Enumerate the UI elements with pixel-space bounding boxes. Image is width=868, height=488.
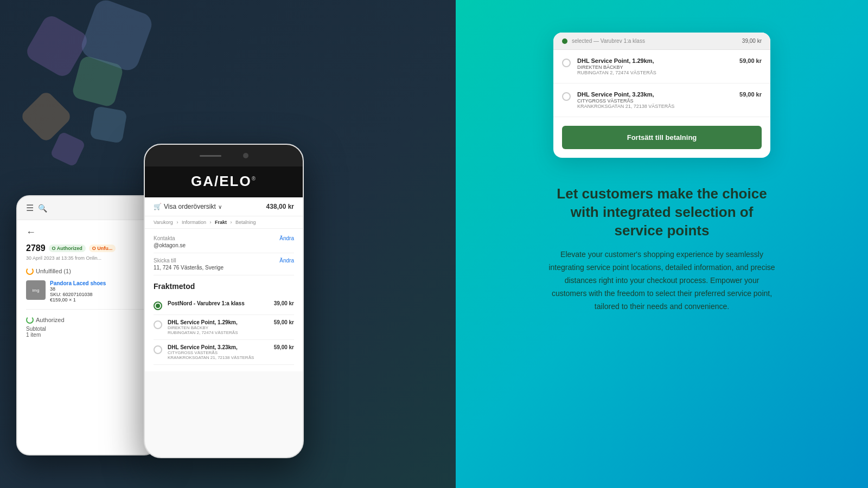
product-name[interactable]: Pandora Laced shoes xyxy=(50,280,106,286)
order-id: 2789 xyxy=(26,243,46,253)
product-price: €159,00 × 1 xyxy=(50,297,106,303)
authorized-label: Authorized xyxy=(26,316,148,324)
right-heading: Let customers make the choice with integ… xyxy=(548,185,776,240)
shipping-name-3: DHL Service Point, 3.23km, xyxy=(168,344,269,350)
checkout-body: Kontakta @oktagon.se Ändra Skicka till 1… xyxy=(145,229,303,371)
card-option-addr-1: RUBINGATAN 2, 72474 VÄSTERÅS xyxy=(577,70,733,75)
card-option-1[interactable]: DHL Service Point, 1.29km, DIREKTEN BÄCK… xyxy=(553,50,770,84)
product-sku: SKU: 60207101038 xyxy=(50,292,106,297)
checkout-title: 🛒 Visa orderöversikt ∨ xyxy=(154,203,222,210)
card-option-name-1: DHL Service Point, 1.29km, xyxy=(577,57,733,64)
shipping-option-1[interactable]: PostNord - Varubrev 1:a klass 39,00 kr xyxy=(154,296,294,315)
shipping-price-1: 39,00 kr xyxy=(274,300,294,306)
selected-indicator xyxy=(562,38,567,44)
brand-logo: GA/ELO® xyxy=(191,173,257,190)
shipping-option-3[interactable]: DHL Service Point, 3.23km, CITYGROSS VÄS… xyxy=(154,340,294,365)
bc-varukorg: Varukorg xyxy=(154,220,173,225)
radio-3 xyxy=(154,345,162,354)
cart-icon: 🛒 xyxy=(154,203,162,210)
bc-frakt: Frakt xyxy=(215,220,227,225)
card-top-price: 39,00 kr xyxy=(742,38,762,44)
product-size: 38 xyxy=(50,286,106,292)
spinner-icon xyxy=(26,267,34,275)
breadcrumb-bar: Varukorg › Information › Frakt › Betalni… xyxy=(145,216,303,229)
card-option-info-2: DHL Service Point, 3.23km, CITYGROSS VÄS… xyxy=(577,91,733,109)
skicka-value: 11, 724 76 Västerås, Sverige xyxy=(154,265,224,271)
unfulfilled-label: Unfulfilled (1) xyxy=(26,267,148,275)
service-point-card: selected — Varubrev 1:a klass 39,00 kr D… xyxy=(553,33,770,158)
card-option-name-2: DHL Service Point, 3.23km, xyxy=(577,91,733,98)
divider xyxy=(26,309,148,310)
subtotal-label: Subtotal xyxy=(26,326,46,332)
bc-betalning: Betalning xyxy=(235,220,256,225)
shipping-sub-2: DIREKTEN BÄCKBY xyxy=(168,325,269,330)
card-option-sub-2: CITYGROSS VÄSTERÅS xyxy=(577,98,733,104)
logo-bar: GA/ELO® xyxy=(145,166,303,197)
card-option-price-1: 59,00 kr xyxy=(739,57,762,64)
notch-line xyxy=(200,155,221,157)
shipping-info-1: PostNord - Varubrev 1:a klass xyxy=(168,300,269,306)
product-info: Pandora Laced shoes 38 SKU: 60207101038 … xyxy=(50,280,106,303)
fortsatt-button[interactable]: Fortsätt till betalning xyxy=(562,126,762,149)
admin-header: ☰ 🔍 xyxy=(17,196,156,220)
radio-selected xyxy=(154,301,162,310)
skicka-edit[interactable]: Ändra xyxy=(279,258,294,264)
radio-inner xyxy=(156,304,160,308)
right-panel-content: selected — Varubrev 1:a klass 39,00 kr D… xyxy=(456,0,868,488)
card-option-price-2: 59,00 kr xyxy=(739,91,762,98)
phone-checkout-mockup: GA/ELO® 🛒 Visa orderöversikt ∨ 438,00 kr… xyxy=(144,144,304,458)
badge-unfulfilled: O Unfu... xyxy=(89,245,116,252)
frakt-title: Fraktmetod xyxy=(154,282,294,291)
order-date: 30 April 2023 at 13:35 from Onlin... xyxy=(26,255,148,261)
card-option-addr-2: KRANKROKSGATAN 21, 72138 VÄSTERÅS xyxy=(577,104,733,109)
card-top-bar: selected — Varubrev 1:a klass 39,00 kr xyxy=(553,33,770,50)
shipping-info-2: DHL Service Point, 1.29km, DIREKTEN BÄCK… xyxy=(168,319,269,335)
shipping-addr-2: RUBINGATAN 2, 72474 VÄSTERÅS xyxy=(168,330,269,335)
card-option-info-1: DHL Service Point, 1.29km, DIREKTEN BÄCK… xyxy=(577,57,733,75)
product-row: img Pandora Laced shoes 38 SKU: 60207101… xyxy=(26,280,148,303)
shipping-name-1: PostNord - Varubrev 1:a klass xyxy=(168,300,269,306)
shipping-info-3: DHL Service Point, 3.23km, CITYGROSS VÄS… xyxy=(168,344,269,360)
skicka-info: Skicka till 11, 724 76 Västerås, Sverige xyxy=(154,258,224,271)
card-option-2[interactable]: DHL Service Point, 3.23km, CITYGROSS VÄS… xyxy=(553,84,770,117)
right-text-section: Let customers make the choice with integ… xyxy=(548,185,776,313)
search-icon: 🔍 xyxy=(38,204,47,213)
skicka-label: Skicka till xyxy=(154,258,224,264)
kontakta-edit[interactable]: Ändra xyxy=(279,235,294,241)
left-area: ☰ 🔍 ← 2789 O Authorized O Unfu... 30 Apr… xyxy=(0,0,456,488)
shipping-sub-3: CITYGROSS VÄSTERÅS xyxy=(168,350,269,355)
card-top-left: selected — Varubrev 1:a klass xyxy=(562,38,645,44)
checkout-total: 438,00 kr xyxy=(266,203,294,210)
right-body: Elevate your customer's shopping experie… xyxy=(548,248,776,313)
menu-icon: ☰ xyxy=(26,203,34,213)
shipping-option-2[interactable]: DHL Service Point, 1.29km, DIREKTEN BÄCK… xyxy=(154,315,294,340)
card-selected-text: selected — Varubrev 1:a klass xyxy=(572,38,645,44)
authorized-section: Authorized Subtotal 1 item xyxy=(26,316,148,338)
badge-authorized: O Authorized xyxy=(49,245,86,252)
kontakta-label: Kontakta xyxy=(154,235,186,241)
subtotal-row: Subtotal xyxy=(26,326,148,332)
phone-admin-mockup: ☰ 🔍 ← 2789 O Authorized O Unfu... 30 Apr… xyxy=(16,195,157,455)
bc-information: Information xyxy=(182,220,206,225)
skicka-row: Skicka till 11, 724 76 Västerås, Sverige… xyxy=(154,258,294,275)
item-count: 1 item xyxy=(26,332,148,338)
card-option-sub-1: DIREKTEN BÄCKBY xyxy=(577,65,733,70)
product-image: img xyxy=(26,280,46,300)
kontakta-info: Kontakta @oktagon.se xyxy=(154,235,186,248)
back-button[interactable]: ← xyxy=(26,227,148,238)
shipping-name-2: DHL Service Point, 1.29km, xyxy=(168,319,269,325)
card-radio-1 xyxy=(562,59,571,67)
checkout-header: 🛒 Visa orderöversikt ∨ 438,00 kr xyxy=(145,197,303,216)
shipping-price-3: 59,00 kr xyxy=(274,344,294,350)
radio-2 xyxy=(154,320,162,329)
kontakta-value: @oktagon.se xyxy=(154,242,186,248)
phone-notch xyxy=(145,145,303,166)
shipping-addr-3: KRANKROKSGATAN 21, 72138 VÄSTERÅS xyxy=(168,355,269,360)
order-id-row: 2789 O Authorized O Unfu... xyxy=(26,243,148,253)
admin-content: ← 2789 O Authorized O Unfu... 30 April 2… xyxy=(17,220,156,344)
shipping-price-2: 59,00 kr xyxy=(274,319,294,325)
notch-circle xyxy=(243,153,248,158)
kontakta-row: Kontakta @oktagon.se Ändra xyxy=(154,235,294,253)
auth-icon xyxy=(26,316,34,324)
card-radio-2 xyxy=(562,92,571,101)
